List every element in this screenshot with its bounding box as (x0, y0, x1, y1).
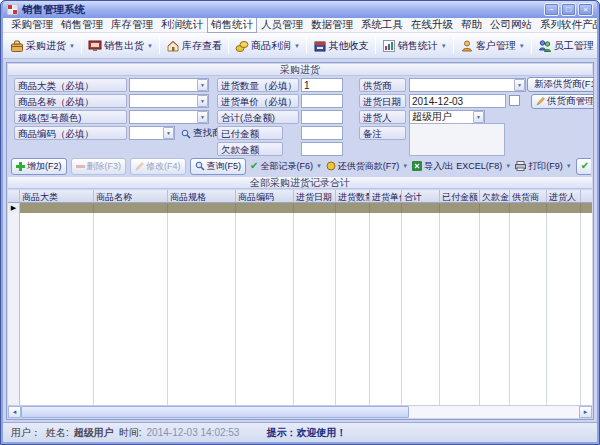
printer-icon (515, 161, 526, 171)
menu-item-company-website[interactable]: 公司网站 (486, 18, 536, 33)
column-header[interactable]: 合计 (402, 190, 440, 203)
combo-arrow-icon[interactable]: ▼ (163, 127, 174, 139)
menu-item-purchase-mgmt[interactable]: 采购管理 (7, 18, 57, 33)
grid-body[interactable] (8, 213, 592, 405)
excel-button[interactable]: 导入/出 EXCEL(F8)▼ (412, 160, 511, 173)
status-user-label: 用户： (11, 426, 41, 440)
column-header[interactable]: 欠款金额 (480, 190, 510, 203)
supplier-label: 供货商 (359, 78, 406, 92)
column-header[interactable]: 商品名称 (94, 190, 168, 203)
add-supplier-button[interactable]: 新添供货商(F12) (527, 77, 594, 92)
qty-input[interactable] (301, 78, 343, 92)
spec-label: 规格(型号颜色) (14, 110, 127, 124)
manage-supplier-button[interactable]: 供货商管理 (531, 94, 594, 109)
delete-button[interactable]: 删除(F3) (71, 158, 127, 175)
inventory-icon (166, 39, 180, 53)
note-label: 备注 (359, 126, 406, 140)
minimize-button[interactable]: − (544, 3, 559, 16)
toolbar-separator (159, 37, 160, 54)
name-select[interactable]: ▼ (129, 94, 209, 108)
close-button[interactable]: × (578, 3, 593, 16)
toolbar-customer-mgmt-button[interactable]: 客户管理▼ (457, 37, 528, 55)
app-window: 销售管理系统 − □ × 采购管理 销售管理 库存管理 利润统计 销售统计 人员… (0, 0, 600, 445)
toolbar-inventory-view-button[interactable]: 库存查看 (163, 37, 225, 55)
repay-supplier-button[interactable]: 还供货商款(F7)▼ (326, 160, 408, 173)
horizontal-scrollbar[interactable]: ◂ ▸ (8, 405, 592, 418)
column-header[interactable]: 进货日期 (294, 190, 336, 203)
all-records-label: 全部记录(F6) (260, 160, 313, 173)
menu-item-sales-mgmt[interactable]: 销售管理 (57, 18, 107, 33)
modify-button[interactable]: 修改(F4) (130, 158, 186, 175)
menu-item-profit-stats[interactable]: 利润统计 (157, 18, 207, 33)
grid-section-title: 全部采购进货记录合计 (8, 177, 592, 189)
toolbar-separator (81, 37, 82, 54)
toolbar-sales-stats-button[interactable]: 销售统计▼ (379, 37, 450, 55)
note-textarea[interactable] (409, 123, 505, 156)
row-selector-header (8, 190, 20, 203)
combo-arrow-icon[interactable]: ▼ (197, 95, 208, 107)
all-records-button[interactable]: ✔ 全部记录(F6)▼ (250, 160, 322, 173)
profit-icon (235, 39, 249, 53)
buyer-value: 超级用户 (412, 111, 452, 122)
menu-item-product-series[interactable]: 系列软件产品 (536, 18, 597, 33)
supplier-select[interactable]: ▼ (409, 78, 526, 92)
query-button[interactable]: 查询(F5) (190, 158, 247, 175)
toolbar-separator (228, 37, 229, 54)
column-header[interactable]: 商品大类 (20, 190, 94, 203)
scrollbar-thumb[interactable] (21, 406, 409, 418)
menu-item-online-upgrade[interactable]: 在线升级 (407, 18, 457, 33)
print-button[interactable]: 打印(F9)▼ (515, 160, 571, 173)
paid-input[interactable] (301, 126, 343, 140)
combo-arrow-icon[interactable]: ▼ (473, 111, 484, 123)
code-select[interactable]: ▼ (129, 126, 175, 140)
scrollbar-track[interactable] (21, 406, 579, 418)
column-header[interactable]: 进货单价 (370, 190, 402, 203)
design-report-button[interactable]: ✔ 设计报表(F10) (576, 158, 591, 175)
column-header[interactable]: 供货商 (510, 190, 547, 203)
toolbar-employee-mgmt-button[interactable]: 员工管理 (535, 37, 597, 55)
column-header[interactable]: 进货数量 (336, 190, 370, 203)
income-icon (313, 39, 327, 53)
scroll-left-icon[interactable]: ◂ (8, 406, 21, 418)
menu-item-system-tools[interactable]: 系统工具 (357, 18, 407, 33)
menu-item-sales-stats[interactable]: 销售统计 (207, 18, 257, 33)
tool-bar: 采购进货▼ 销售出货▼ 库存查看 商品利润▼ 其他收支 (3, 33, 597, 59)
scroll-right-icon[interactable]: ▸ (579, 406, 592, 418)
column-header[interactable]: 进货人 (547, 190, 581, 203)
combo-arrow-icon[interactable]: ▼ (197, 111, 208, 123)
toolbar-label: 其他收支 (329, 39, 369, 53)
combo-arrow-icon[interactable]: ▼ (197, 79, 208, 91)
date-checkbox[interactable] (509, 95, 520, 106)
selected-row[interactable]: ▶ (8, 203, 592, 213)
category-select[interactable]: ▼ (129, 78, 209, 92)
menu-item-personnel-mgmt[interactable]: 人员管理 (257, 18, 307, 33)
buyer-select[interactable]: 超级用户▼ (409, 110, 485, 124)
toolbar-other-income-button[interactable]: 其他收支 (310, 37, 372, 55)
toolbar-product-profit-button[interactable]: 商品利润▼ (232, 37, 303, 55)
status-time-value: 2014-12-03 14:02:53 (147, 427, 240, 438)
price-input[interactable] (301, 94, 343, 108)
search-icon (195, 161, 205, 171)
excel-label: 导入/出 EXCEL(F8) (424, 160, 502, 173)
column-header[interactable]: 已付金额 (440, 190, 480, 203)
owed-input[interactable] (301, 142, 343, 156)
menu-item-data-mgmt[interactable]: 数据管理 (307, 18, 357, 33)
chevron-down-icon: ▼ (316, 163, 322, 169)
menu-item-inventory-mgmt[interactable]: 库存管理 (107, 18, 157, 33)
chevron-down-icon: ▼ (566, 163, 572, 169)
current-row-marker-icon: ▶ (8, 203, 20, 213)
maximize-button[interactable]: □ (561, 3, 576, 16)
column-header[interactable]: 商品规格 (168, 190, 236, 203)
chevron-down-icon: ▼ (441, 43, 447, 49)
date-input[interactable] (409, 94, 506, 108)
spec-select[interactable]: ▼ (129, 110, 209, 124)
menu-item-help[interactable]: 帮助 (457, 18, 486, 33)
toolbar-sales-out-button[interactable]: 销售出货▼ (85, 37, 156, 55)
column-header[interactable]: 商品编码 (236, 190, 294, 203)
total-input[interactable] (301, 110, 343, 124)
toolbar-label: 员工管理 (554, 39, 594, 53)
combo-arrow-icon[interactable]: ▼ (514, 79, 525, 91)
buyer-label: 进货人 (359, 110, 406, 124)
add-button[interactable]: 增加(F2) (11, 158, 67, 175)
toolbar-purchase-in-button[interactable]: 采购进货▼ (7, 37, 78, 55)
